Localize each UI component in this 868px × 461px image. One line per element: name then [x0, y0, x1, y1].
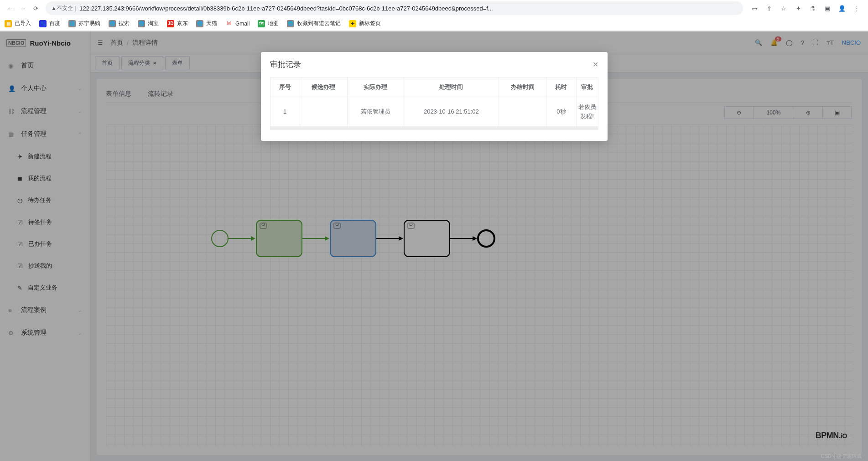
bookmark-newtab[interactable]: ✚新标签页 [349, 20, 381, 27]
modal-title: 审批记录 [270, 59, 301, 70]
share-icon[interactable]: ⇪ [765, 4, 773, 12]
bookmark-label: 京东 [177, 20, 188, 27]
col-approval: 审批 [576, 78, 598, 97]
bookmark-search[interactable]: 🌐搜索 [109, 20, 130, 27]
back-button[interactable]: ← [4, 2, 16, 15]
bookmark-label: 淘宝 [148, 20, 159, 27]
bookmark-label: 地图 [268, 20, 279, 27]
bookmark-gmail[interactable]: MGmail [225, 20, 249, 27]
bookmark-label: 收藏到有道云笔记 [297, 20, 341, 27]
table-header-row: 序号 候选办理 实际办理 处理时间 办结时间 耗时 审批 [270, 78, 598, 97]
cell-candidate [300, 97, 347, 127]
col-candidate: 候选办理 [300, 78, 347, 97]
cell-index: 1 [270, 97, 300, 127]
bookmark-label: Gmail [235, 21, 249, 27]
cell-approval: 若依员发程! [576, 97, 598, 127]
bookmarks-bar: ▦已导入 🐾百度 🌐苏宁易购 🌐搜索 🌐淘宝 JD京东 🌐天猫 MGmail 🗺… [0, 16, 868, 31]
url-text: 122.227.135.243:9666/workflow/process/de… [79, 5, 738, 12]
bookmark-youdao[interactable]: 🌐收藏到有道云笔记 [287, 20, 341, 27]
modal-backdrop: 审批记录 ✕ 序号 候选办理 实际办理 处理时间 办结时间 耗时 审批 [0, 31, 868, 461]
star-icon[interactable]: ☆ [780, 4, 788, 12]
cell-process-time: 2023-10-16 21:51:02 [404, 97, 499, 127]
insecure-icon: ▲ 不安全 | [51, 5, 76, 12]
col-finish-time: 办结时间 [499, 78, 546, 97]
cell-duration: 0秒 [546, 97, 576, 127]
bookmark-baidu[interactable]: 🐾百度 [39, 20, 60, 27]
forward-button[interactable]: → [16, 2, 29, 15]
browser-toolbar: ← → ⟳ ▲ 不安全 | 122.227.135.243:9666/workf… [0, 0, 868, 16]
modal-header: 审批记录 ✕ [261, 52, 608, 77]
bookmark-imported[interactable]: ▦已导入 [5, 20, 31, 27]
close-icon[interactable]: ✕ [593, 60, 598, 69]
cell-actual: 若依管理员 [347, 97, 404, 127]
app-root: NBCIO RuoYi-Nbcio ◉ 首页 👤 个人中心 ⌄ ⛓ 流程管理 ⌄… [0, 31, 868, 461]
col-process-time: 处理时间 [404, 78, 499, 97]
browser-chrome: ← → ⟳ ▲ 不安全 | 122.227.135.243:9666/workf… [0, 0, 868, 31]
bookmark-label: 百度 [49, 20, 60, 27]
bookmark-tmall[interactable]: 🌐天猫 [196, 20, 217, 27]
chrome-actions: ⊶ ⇪ ☆ ✦ ⚗ ▣ 👤 ⋮ [747, 4, 864, 12]
url-bar[interactable]: ▲ 不安全 | 122.227.135.243:9666/workflow/pr… [46, 1, 743, 15]
approval-table: 序号 候选办理 实际办理 处理时间 办结时间 耗时 审批 1 [270, 77, 598, 127]
bookmark-label: 已导入 [15, 20, 31, 27]
extension-icon[interactable]: ✦ [794, 4, 802, 12]
profile-icon[interactable]: 👤 [838, 4, 846, 12]
cell-finish-time [499, 97, 546, 127]
bookmark-label: 新标签页 [359, 20, 381, 27]
bookmark-taobao[interactable]: 🌐淘宝 [138, 20, 159, 27]
bookmark-maps[interactable]: 🗺地图 [258, 20, 279, 27]
modal-body: 序号 候选办理 实际办理 处理时间 办结时间 耗时 审批 1 [261, 77, 608, 141]
table-row: 1 若依管理员 2023-10-16 21:51:02 0秒 若依员发程! [270, 97, 598, 127]
bookmark-label: 搜索 [119, 20, 130, 27]
approval-modal: 审批记录 ✕ 序号 候选办理 实际办理 处理时间 办结时间 耗时 审批 [261, 52, 608, 141]
key-icon[interactable]: ⊶ [750, 4, 759, 12]
bookmark-suning[interactable]: 🌐苏宁易购 [68, 20, 100, 27]
col-duration: 耗时 [546, 78, 576, 97]
watermark: CSDN @宁波阿成 [821, 453, 862, 460]
bookmark-label: 苏宁易购 [78, 20, 100, 27]
col-actual: 实际办理 [347, 78, 404, 97]
insecure-label: 不安全 | [57, 5, 76, 12]
reload-button[interactable]: ⟳ [29, 2, 42, 15]
col-index: 序号 [270, 78, 300, 97]
flask-icon[interactable]: ⚗ [809, 4, 817, 12]
bookmark-jd[interactable]: JD京东 [167, 20, 188, 27]
table-scrollbar[interactable] [270, 126, 598, 130]
panel-icon[interactable]: ▣ [823, 4, 832, 12]
menu-icon[interactable]: ⋮ [852, 4, 861, 12]
bookmark-label: 天猫 [206, 20, 217, 27]
